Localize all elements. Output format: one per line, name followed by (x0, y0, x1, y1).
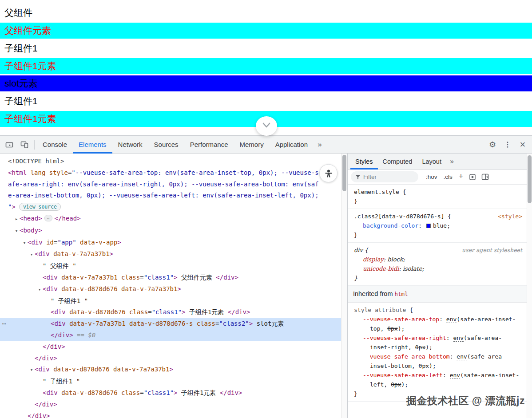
code-segment (58, 274, 61, 281)
inherited-node-link[interactable]: html (395, 291, 408, 297)
tab-performance[interactable]: Performance (184, 136, 234, 154)
style-property[interactable]: --vueuse-safe-area-right: env(safe-area-… (354, 333, 522, 352)
pseudo-state-toggle[interactable]: :hov (423, 172, 441, 181)
rule-origin[interactable]: <style> (494, 212, 522, 221)
expand-arrow-icon[interactable]: ▾ (36, 284, 43, 296)
tab-application[interactable]: Application (270, 136, 314, 154)
sidebar-more-tabs-button[interactable]: » (446, 158, 457, 166)
code-segment: <!DOCTYPE html> (8, 158, 64, 165)
sidebar-tab-styles[interactable]: Styles (350, 154, 378, 170)
tab-sources[interactable]: Sources (148, 136, 184, 154)
style-property[interactable]: --vueuse-safe-area-left: env(safe-area-i… (354, 371, 522, 389)
code-segment (76, 239, 80, 246)
style-property[interactable]: --vueuse-safe-area-top: env(safe-area-in… (354, 315, 522, 333)
view-source-badge[interactable]: view-source (19, 203, 61, 211)
dom-tree-line[interactable]: <div data-v-d878d676 class="class1"> 子组件… (0, 307, 341, 318)
page-preview: 父组件父组件元素子组件1子组件1元素slot元素子组件1子组件1元素 (0, 0, 532, 135)
dom-tree-line[interactable]: ▾<body> (0, 225, 341, 237)
dom-tree-line[interactable]: </div> (0, 341, 341, 353)
drawer-toggle-button[interactable] (256, 116, 277, 136)
dom-tree-line[interactable]: </div> (0, 410, 341, 418)
expand-arrow-icon[interactable]: ▾ (21, 237, 28, 249)
code-segment: " 子组件1 " (51, 297, 88, 304)
elements-scrollbar[interactable] (341, 154, 347, 418)
dom-tree-line[interactable]: afe-area-right: env(safe-area-inset-righ… (0, 179, 341, 190)
scrollbar-thumb[interactable] (342, 155, 346, 191)
code-segment: e-area-inset-bottom, 0px); --vueuse-safe… (8, 192, 319, 199)
open-brace: { (399, 187, 406, 197)
dom-tree-line[interactable]: ▸<head>⋯</head> (0, 213, 341, 225)
dom-tree-line[interactable]: e-area-inset-bottom, 0px); --vueuse-safe… (0, 190, 341, 201)
code-segment: > (174, 389, 177, 396)
device-toolbar-button[interactable] (17, 137, 32, 152)
code-segment (110, 366, 113, 373)
colon: : (446, 335, 453, 341)
dom-tree-line[interactable]: " 父组件 " (0, 260, 341, 272)
filter-box[interactable] (351, 171, 418, 182)
expand-arrow-icon[interactable]: ▸ (13, 213, 20, 225)
dom-tree-line[interactable]: ▾<div id="app" data-v-app> (0, 237, 341, 249)
dom-tree-line[interactable]: <div data-v-7a7a37b1 class="class1"> 父组件… (0, 272, 341, 284)
devtools-body: <!DOCTYPE html><html lang style="--vueus… (0, 154, 532, 418)
dom-tree-line[interactable]: <div data-v-d878d676 class="class1"> 子组件… (0, 387, 341, 399)
property-value: env (457, 353, 467, 360)
dom-tree-line[interactable]: ⋯<div data-v-7a7a37b1 data-v-d878d676-s … (0, 318, 341, 330)
style-property[interactable]: background-color: blue; (354, 221, 522, 230)
tab-console[interactable]: Console (37, 136, 73, 154)
new-style-rule-button[interactable]: + (456, 172, 467, 182)
rendering-emulations-button[interactable] (466, 171, 479, 183)
dom-tree-line[interactable]: </div> (0, 399, 341, 410)
sidebar-tab-layout[interactable]: Layout (417, 154, 446, 170)
tab-network[interactable]: Network (112, 136, 148, 154)
dom-tree-line[interactable]: ▾<div data-v-d878d676 data-v-7a7a37b1> (0, 364, 341, 376)
scrollbar-thumb[interactable] (528, 155, 532, 203)
expand-arrow-icon[interactable]: ▾ (28, 364, 35, 376)
preview-item: 子组件1 (0, 40, 532, 57)
close-devtools-button[interactable]: × (515, 137, 530, 152)
accessibility-floating-button[interactable] (319, 164, 337, 182)
more-tabs-button[interactable]: » (314, 137, 326, 152)
dom-tree-line[interactable]: </div> (0, 353, 341, 364)
style-property[interactable]: unicode-bidi: isolate; (354, 264, 522, 273)
property-name: unicode-bidi (363, 265, 399, 272)
dom-tree-line[interactable]: </div> == $0 (0, 330, 341, 341)
collapsed-children-button[interactable]: ⋯ (44, 215, 52, 221)
code-segment: </div> (28, 412, 50, 418)
expand-arrow-icon[interactable]: ▾ (13, 225, 20, 237)
style-property[interactable]: display: block; (354, 255, 522, 264)
styles-scrollbar[interactable] (527, 154, 532, 418)
dom-tree-line[interactable]: " 子组件1 " (0, 376, 341, 387)
dom-tree-line[interactable]: ">view-source (0, 201, 341, 213)
menu-button[interactable]: ⋮ (500, 137, 515, 152)
styles-pane: StylesComputedLayout » :hov .cls + (347, 154, 532, 418)
computed-sidebar-toggle-button[interactable] (479, 171, 491, 183)
tab-memory[interactable]: Memory (234, 136, 270, 154)
dom-tree-line[interactable]: " 子组件1 " (0, 296, 341, 307)
rule-selector[interactable]: div (354, 245, 363, 255)
code-segment: data-v-7a7a37b1 (69, 320, 125, 327)
code-segment: 子组件1元素 (186, 308, 228, 315)
class-toggle[interactable]: .cls (441, 172, 456, 181)
overflow-dots-icon[interactable]: ⋯ (2, 318, 5, 330)
tab-elements[interactable]: Elements (73, 136, 112, 154)
inspect-element-button[interactable] (2, 137, 17, 152)
rule-selector[interactable]: .class2[data-v-d878d676-s] (354, 212, 445, 221)
rule-selector[interactable]: element.style (354, 187, 399, 197)
rule-selector[interactable]: style attribute (354, 305, 406, 315)
inspect-icon (5, 140, 14, 149)
dom-tree-line[interactable]: <html lang style="--vueuse-safe-area-top… (0, 167, 341, 179)
color-swatch[interactable] (426, 224, 431, 228)
settings-button[interactable]: ⚙ (485, 137, 500, 152)
sidebar-tab-computed[interactable]: Computed (378, 154, 417, 170)
dom-tree-line[interactable]: ▾<div data-v-7a7a37b1> (0, 248, 341, 260)
filter-input[interactable] (363, 174, 412, 180)
dom-tree-line[interactable]: <!DOCTYPE html> (0, 156, 341, 167)
code-segment: 子组件1元素 (178, 389, 220, 396)
code-segment: == $0 (73, 331, 96, 339)
rule-header: style attribute { (354, 305, 522, 315)
code-segment: 父组件元素 (178, 274, 216, 281)
style-property[interactable]: --vueuse-safe-area-bottom: env(safe-area… (354, 352, 522, 371)
expand-arrow-icon[interactable]: ▾ (28, 249, 35, 260)
dom-tree-line[interactable]: ▾<div data-v-d878d676 data-v-7a7a37b1> (0, 284, 341, 296)
code-segment (118, 285, 121, 292)
